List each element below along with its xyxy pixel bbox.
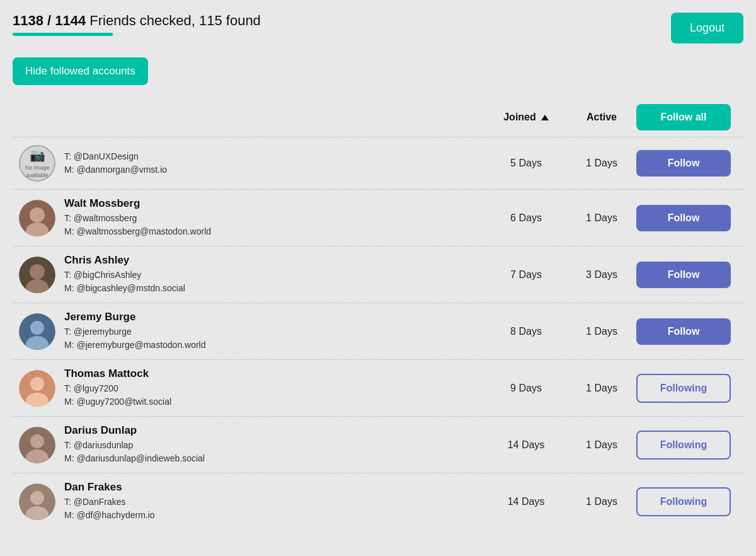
joined-days: 6 Days: [485, 212, 567, 224]
following-button[interactable]: Following: [636, 374, 731, 403]
user-text: Jeremy BurgeT: @jeremyburgeM: @jeremybur…: [64, 311, 206, 352]
table-header: Joined Active Follow all: [13, 104, 743, 137]
user-info: Dan FrakesT: @DanFrakesM: @df@hachyderm.…: [19, 481, 485, 522]
twitter-handle: T: @DanFrakes: [64, 497, 125, 507]
active-days: 1 Days: [567, 212, 636, 224]
user-name: Darius Dunlap: [64, 424, 205, 437]
user-text: T: @DanUXDesignM: @danmorgan@vmst.io: [64, 150, 167, 177]
avatar: [19, 257, 55, 293]
stats-block: 1138 / 1144 Friends checked, 115 found: [13, 13, 261, 36]
twitter-handle: T: @jeremyburge: [64, 327, 132, 337]
user-handle: T: @waltmossbergM: @waltmossberg@mastodo…: [64, 212, 211, 238]
active-days: 1 Days: [567, 496, 636, 507]
user-name: Thomas Mattock: [64, 368, 171, 380]
progress-bar-container: [13, 33, 113, 36]
user-handle: T: @lguy7200M: @uguy7200@twit.social: [64, 382, 171, 408]
stats-text: 1138 / 1144 Friends checked, 115 found: [13, 13, 261, 29]
user-name: Jeremy Burge: [64, 311, 206, 323]
joined-days: 8 Days: [485, 326, 567, 337]
logout-button[interactable]: Logout: [671, 13, 743, 43]
mastodon-handle: M: @uguy7200@twit.social: [64, 397, 171, 407]
header: 1138 / 1144 Friends checked, 115 found L…: [13, 13, 743, 43]
mastodon-handle: M: @danmorgan@vmst.io: [64, 165, 167, 175]
user-handle: T: @jeremyburgeM: @jeremyburge@mastodon.…: [64, 325, 206, 352]
user-text: Thomas MattockT: @lguy7200M: @uguy7200@t…: [64, 368, 171, 408]
user-info: Darius DunlapT: @dariusdunlapM: @dariusd…: [19, 424, 485, 465]
mastodon-handle: M: @jeremyburge@mastodon.world: [64, 340, 206, 350]
table-row: Chris AshleyT: @bigChrisAshleyM: @bigcas…: [13, 246, 743, 303]
user-info: 📷No imageavailableT: @DanUXDesignM: @dan…: [19, 145, 485, 182]
user-handle: T: @DanFrakesM: @df@hachyderm.io: [64, 495, 155, 522]
user-text: Dan FrakesT: @DanFrakesM: @df@hachyderm.…: [64, 481, 155, 522]
user-name: Chris Ashley: [64, 254, 185, 267]
hide-followed-button[interactable]: Hide followed accounts: [13, 57, 148, 85]
user-name: Walt Mossberg: [64, 197, 211, 210]
follow-button[interactable]: Follow: [636, 150, 731, 177]
svg-point-3: [31, 209, 43, 221]
active-days: 1 Days: [567, 439, 636, 451]
joined-days: 14 Days: [485, 496, 567, 507]
camera-icon: 📷: [30, 147, 45, 163]
joined-days: 7 Days: [485, 269, 567, 281]
mastodon-handle: M: @waltmossberg@mastodon.world: [64, 226, 211, 236]
svg-point-17: [30, 491, 44, 505]
table-row: Darius DunlapT: @dariusdunlapM: @dariusd…: [13, 416, 743, 473]
user-text: Walt MossbergT: @waltmossbergM: @waltmos…: [64, 197, 211, 238]
stats-rest: Friends checked, 115 found: [86, 13, 261, 28]
stats-bold: 1138 / 1144: [13, 13, 86, 28]
active-days: 1 Days: [567, 326, 636, 337]
col-active-label: Active: [567, 112, 636, 123]
mastodon-handle: M: @bigcashley@mstdn.social: [64, 283, 185, 293]
svg-point-5: [30, 264, 45, 279]
user-info: Walt MossbergT: @waltmossbergM: @waltmos…: [19, 197, 485, 238]
mastodon-handle: M: @df@hachyderm.io: [64, 510, 155, 520]
avatar: [19, 427, 55, 463]
following-button[interactable]: Following: [636, 431, 731, 460]
user-name: Dan Frakes: [64, 481, 155, 494]
svg-point-14: [30, 434, 44, 448]
sort-arrow-icon: [541, 115, 549, 120]
table-row: Thomas MattockT: @lguy7200M: @uguy7200@t…: [13, 359, 743, 416]
twitter-handle: T: @bigChrisAshley: [64, 270, 141, 280]
table-row: 📷No imageavailableT: @DanUXDesignM: @dan…: [13, 137, 743, 189]
avatar: [19, 313, 55, 350]
avatar: [19, 484, 55, 520]
table-row: Jeremy BurgeT: @jeremyburgeM: @jeremybur…: [13, 303, 743, 359]
active-days: 1 Days: [567, 383, 636, 394]
twitter-handle: T: @lguy7200: [64, 383, 118, 393]
joined-days: 9 Days: [485, 383, 567, 394]
progress-bar-fill: [13, 33, 113, 36]
avatar: [19, 200, 55, 236]
following-button[interactable]: Following: [636, 487, 731, 516]
twitter-handle: T: @dariusdunlap: [64, 440, 133, 450]
mastodon-handle: M: @dariusdunlap@indieweb.social: [64, 453, 205, 463]
joined-days: 5 Days: [485, 158, 567, 169]
col-joined-label: Joined: [485, 112, 567, 123]
follow-button[interactable]: Follow: [636, 262, 731, 288]
joined-days: 14 Days: [485, 439, 567, 451]
user-handle: T: @dariusdunlapM: @dariusdunlap@indiewe…: [64, 439, 205, 465]
follow-button[interactable]: Follow: [636, 205, 731, 231]
follow-all-button[interactable]: Follow all: [636, 104, 731, 130]
user-text: Darius DunlapT: @dariusdunlapM: @dariusd…: [64, 424, 205, 465]
user-info: Chris AshleyT: @bigChrisAshleyM: @bigcas…: [19, 254, 485, 295]
follow-button[interactable]: Follow: [636, 318, 731, 345]
user-handle: T: @bigChrisAshleyM: @bigcashley@mstdn.s…: [64, 269, 185, 295]
twitter-handle: T: @waltmossberg: [64, 213, 137, 223]
svg-point-11: [30, 377, 44, 391]
user-text: Chris AshleyT: @bigChrisAshleyM: @bigcas…: [64, 254, 185, 295]
avatar: 📷No imageavailable: [19, 145, 55, 182]
active-days: 1 Days: [567, 158, 636, 169]
active-days: 3 Days: [567, 269, 636, 281]
user-info: Jeremy BurgeT: @jeremyburgeM: @jeremybur…: [19, 311, 485, 352]
user-handle: T: @DanUXDesignM: @danmorgan@vmst.io: [64, 150, 167, 177]
avatar: [19, 370, 55, 407]
user-info: Thomas MattockT: @lguy7200M: @uguy7200@t…: [19, 368, 485, 408]
twitter-handle: T: @DanUXDesign: [64, 151, 139, 161]
table-row: Walt MossbergT: @waltmossbergM: @waltmos…: [13, 189, 743, 246]
table-row: Dan FrakesT: @DanFrakesM: @df@hachyderm.…: [13, 473, 743, 530]
user-list: 📷No imageavailableT: @DanUXDesignM: @dan…: [13, 137, 743, 530]
svg-point-8: [30, 321, 44, 335]
